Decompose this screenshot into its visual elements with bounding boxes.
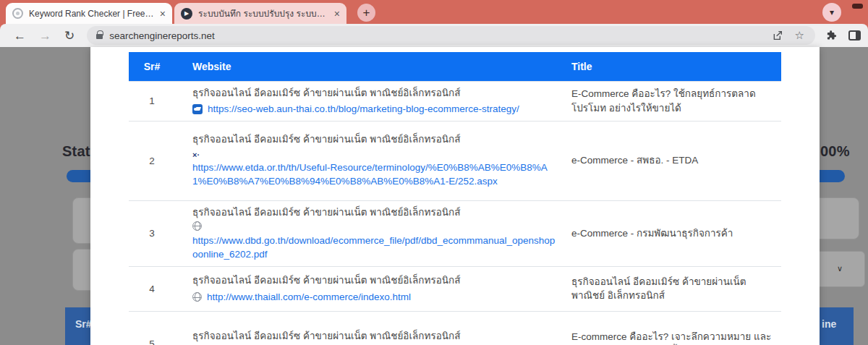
table-row: 2 ธุรกิจออนไลน์ อีคอมเมิร์ซ ค้าขายผ่านเน… — [129, 121, 781, 200]
site-description: ธุรกิจออนไลน์ อีคอมเมิร์ซ ค้าขายผ่านเน็ต… — [192, 205, 557, 220]
site-description: ธุรกิจออนไลน์ อีคอมเมิร์ซ ค้าขายผ่านเน็ต… — [192, 132, 557, 147]
sr-cell: 2 — [129, 121, 175, 200]
share-icon[interactable] — [772, 30, 783, 41]
side-panel-icon[interactable] — [848, 30, 861, 41]
table-row: 5 ธุรกิจออนไลน์ อีคอมเมิร์ซ ค้าขายผ่านเน… — [129, 311, 781, 345]
website-cell: ธุรกิจออนไลน์ อีคอมเมิร์ซ ค้าขายผ่านเน็ต… — [175, 311, 564, 345]
title-cell: e-Commerce - สพธอ. - ETDA — [564, 121, 781, 200]
title-cell: E-Commerce คืออะไร? ใช้กลยุทธ์การตลาดโปร… — [564, 81, 781, 121]
website-cell: ธุรกิจออนไลน์ อีคอมเมิร์ซ ค้าขายผ่านเน็ต… — [175, 121, 564, 200]
bookmark-star-icon[interactable]: ☆ — [795, 29, 804, 42]
results-modal: Sr# Website Title 1 ธุรกิจออนไลน์ อีคอมเ… — [90, 47, 820, 345]
dimmed-input-box — [813, 197, 859, 239]
tab-keyword-rank-checker[interactable]: Keyword Rank Checker | Free Go × — [6, 3, 172, 24]
tab-title: ระบบบันทึก ระบบปรับปรุง ระบบรายงาน — [198, 7, 330, 20]
lock-icon — [96, 34, 103, 39]
browser-frame: Keyword Rank Checker | Free Go × ▶ ระบบบ… — [0, 0, 868, 47]
dimmed-stat-heading: Stat — [62, 143, 90, 160]
aun-thai-cloud-icon — [192, 104, 203, 114]
forward-button[interactable]: → — [39, 30, 51, 42]
tab-thai-system[interactable]: ▶ ระบบบันทึก ระบบปรับปรุง ระบบรายงาน × — [174, 3, 346, 24]
title-cell: e-Commerce - กรมพัฒนาธุรกิจการค้า — [564, 200, 781, 266]
extensions-puzzle-icon[interactable] — [825, 30, 837, 41]
tab-title: Keyword Rank Checker | Free Go — [29, 9, 156, 19]
result-link[interactable]: http://www.thaiall.com/e-commerce/indexo… — [207, 290, 411, 304]
dimmed-percent-heading: 00% — [820, 143, 850, 160]
tab2-favicon-arrow-icon: ▶ — [181, 8, 192, 20]
address-bar[interactable]: searchenginereports.net ☆ — [87, 26, 815, 45]
header-title: Title — [564, 52, 781, 81]
back-button[interactable]: ← — [14, 30, 26, 42]
result-link[interactable]: https://www.dbd.go.th/download/ecommerce… — [192, 235, 555, 260]
table-row: 1 ธุรกิจออนไลน์ อีคอมเมิร์ซ ค้าขายผ่านเน… — [129, 81, 781, 121]
globe-icon — [192, 221, 202, 231]
chevron-down-icon: ∨ — [837, 264, 843, 273]
globe-icon — [192, 292, 202, 302]
website-cell: ธุรกิจออนไลน์ อีคอมเมิร์ซ ค้าขายผ่านเน็ต… — [175, 266, 564, 311]
sr-cell: 1 — [129, 81, 175, 121]
url-text[interactable]: searchenginereports.net — [109, 30, 771, 41]
header-sr: Sr# — [129, 52, 175, 81]
website-cell: ธุรกิจออนไลน์ อีคอมเมิร์ซ ค้าขายผ่านเน็ต… — [175, 200, 564, 266]
tab-close-icon[interactable]: × — [160, 9, 166, 19]
broken-image-icon — [192, 151, 200, 159]
result-link[interactable]: https://seo-web.aun-thai.co.th/blog/mark… — [208, 102, 519, 116]
table-row: 4 ธุรกิจออนไลน์ อีคอมเมิร์ซ ค้าขายผ่านเน… — [129, 266, 781, 311]
tab-search-chevron-icon[interactable]: ▾ — [822, 3, 841, 22]
window-control-icon[interactable] — [852, 4, 863, 9]
sr-cell: 5 — [129, 311, 175, 345]
header-website: Website — [175, 52, 564, 81]
rank-results-table: Sr# Website Title 1 ธุรกิจออนไลน์ อีคอมเ… — [129, 52, 781, 345]
reload-button[interactable]: ↻ — [64, 30, 75, 42]
new-tab-button[interactable]: + — [357, 4, 375, 22]
table-row: 3 ธุรกิจออนไลน์ อีคอมเมิร์ซ ค้าขายผ่านเน… — [129, 200, 781, 266]
site-description: ธุรกิจออนไลน์ อีคอมเมิร์ซ ค้าขายผ่านเน็ต… — [192, 273, 557, 288]
browser-toolbar: ← → ↻ searchenginereports.net ☆ — [0, 24, 868, 47]
site-description: ธุรกิจออนไลน์ อีคอมเมิร์ซ ค้าขายผ่านเน็ต… — [192, 329, 557, 344]
sr-cell: 4 — [129, 266, 175, 311]
table-header-row: Sr# Website Title — [129, 52, 781, 81]
title-cell: E-commerce คืออะไร? เจาะลึกความหมาย และโ… — [564, 311, 781, 345]
page-content: Stat 00% ∨ Sr# ine Sr# Website Title 1 ธ… — [0, 47, 868, 345]
tab-strip: Keyword Rank Checker | Free Go × ▶ ระบบบ… — [0, 0, 868, 24]
website-cell: ธุรกิจออนไลน์ อีคอมเมิร์ซ ค้าขายผ่านเน็ต… — [175, 81, 564, 121]
result-link[interactable]: https://www.etda.or.th/th/Useful-Resourc… — [192, 162, 548, 187]
tab1-favicon-swirl-icon — [12, 8, 23, 19]
tab-close-icon[interactable]: × — [334, 9, 340, 19]
dimmed-select-dropdown[interactable]: ∨ — [813, 251, 865, 287]
site-description: ธุรกิจออนไลน์ อีคอมเมิร์ซ ค้าขายผ่านเน็ต… — [192, 86, 557, 101]
sr-cell: 3 — [129, 200, 175, 266]
title-cell: ธุรกิจออนไลน์ อีคอมเมิร์ซ ค้าขายผ่านเน็ต… — [564, 266, 781, 311]
